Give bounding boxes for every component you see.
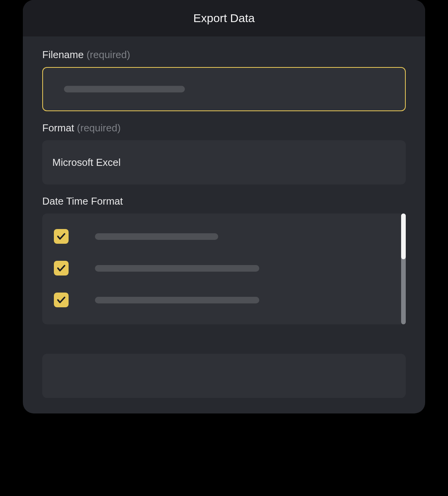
scrollbar-thumb[interactable]: [401, 214, 406, 259]
scrollbar-track[interactable]: [401, 214, 406, 324]
datetime-checkbox[interactable]: [54, 293, 69, 307]
datetime-row: [54, 220, 389, 252]
datetime-row-skeleton: [95, 233, 218, 240]
datetime-checkbox[interactable]: [54, 229, 69, 244]
format-selected-value: Microsoft Excel: [52, 157, 121, 169]
datetime-row-skeleton: [95, 297, 259, 303]
filename-label: Filename (required): [42, 49, 406, 61]
filename-label-text: Filename: [42, 49, 84, 60]
export-data-dialog: Export Data Filename (required) Format (…: [23, 0, 425, 413]
datetime-checkbox[interactable]: [54, 261, 69, 276]
dialog-header: Export Data: [23, 0, 425, 36]
dialog-body: Filename (required) Format (required) Mi…: [23, 36, 425, 413]
check-icon: [56, 295, 66, 305]
datetime-group: Date Time Format: [42, 195, 406, 324]
check-icon: [56, 231, 66, 241]
filename-required-text: (required): [86, 49, 130, 60]
datetime-row-skeleton: [95, 265, 259, 272]
datetime-list-wrapper: [42, 214, 406, 324]
datetime-row: [54, 252, 389, 284]
datetime-list[interactable]: [42, 214, 401, 324]
format-required-text: (required): [77, 122, 121, 134]
format-select[interactable]: Microsoft Excel: [42, 140, 406, 184]
datetime-row: [54, 284, 389, 316]
datetime-label: Date Time Format: [42, 195, 406, 207]
format-label: Format (required): [42, 122, 406, 134]
filename-placeholder-skeleton: [64, 86, 185, 93]
dialog-title: Export Data: [23, 12, 425, 25]
bottom-panel: [42, 354, 406, 398]
filename-input-wrapper: [42, 67, 406, 111]
check-icon: [56, 263, 66, 273]
format-group: Format (required) Microsoft Excel: [42, 122, 406, 184]
format-label-text: Format: [42, 122, 74, 134]
filename-group: Filename (required): [42, 49, 406, 111]
